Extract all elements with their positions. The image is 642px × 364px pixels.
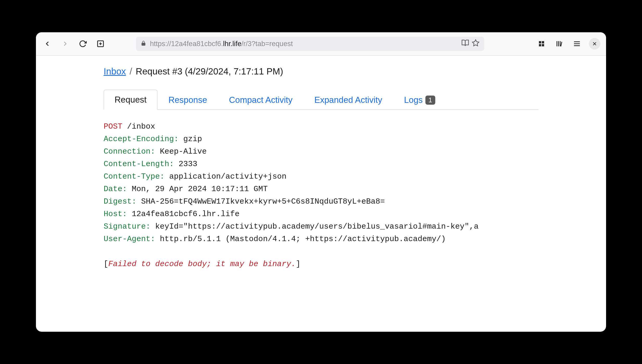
header-key: Content-Type [104,172,160,181]
header-value: keyId="https://activitypub.academy/users… [155,222,479,231]
header-key: Digest [104,197,132,206]
header-key: Connection [104,147,150,156]
header-key: Host [104,210,122,218]
header-value: gzip [183,135,202,143]
nav-controls [42,38,106,49]
tab-expanded-activity[interactable]: Expanded Activity [303,90,393,110]
http-method: POST [104,122,122,131]
close-button[interactable] [589,38,600,49]
url-text: https://12a4fea81cbcf6.lhr.life/r/3?tab=… [150,40,293,48]
breadcrumb-separator: / [130,66,132,77]
svg-rect-7 [542,44,544,46]
lock-icon [141,40,146,48]
bookmark-icon[interactable] [472,39,480,49]
breadcrumb-link-inbox[interactable]: Inbox [104,66,126,77]
breadcrumb: Inbox / Request #3 (4/29/2024, 7:17:11 P… [104,66,538,77]
header-key: Signature [104,222,146,231]
logs-badge: 1 [425,96,435,105]
browser-toolbar: https://12a4fea81cbcf6.lhr.life/r/3?tab=… [36,32,606,56]
forward-button[interactable] [59,38,71,49]
header-value: 12a4fea81cbcf6.lhr.life [132,210,240,218]
tab-compact-activity[interactable]: Compact Activity [218,90,304,110]
header-value: http.rb/5.1.1 (Mastodon/4.1.4; +https://… [160,235,446,243]
svg-rect-5 [542,41,544,43]
header-value: Mon, 29 Apr 2024 10:17:11 GMT [132,185,268,193]
svg-rect-6 [539,44,541,46]
page-content: Inbox / Request #3 (4/29/2024, 7:17:11 P… [36,56,606,270]
tab-logs[interactable]: Logs1 [393,90,446,110]
breadcrumb-current: Request #3 (4/29/2024, 7:17:11 PM) [136,66,283,77]
body-error-message: Failed to decode body; it may be binary. [108,260,296,268]
request-code: POST /inbox Accept-Encoding: gzip Connec… [104,120,538,270]
header-key: Content-Length [104,160,169,168]
reader-mode-icon[interactable] [461,39,469,49]
header-value: Keep-Alive [160,147,207,156]
svg-line-11 [561,42,562,47]
header-value: 2333 [179,160,197,168]
new-tab-button[interactable] [95,38,106,49]
right-controls [536,38,600,49]
reload-button[interactable] [77,38,89,49]
tab-request[interactable]: Request [104,90,158,110]
header-key: Accept-Encoding [104,135,174,143]
library-icon[interactable] [553,38,565,49]
header-key: User-Agent [104,235,150,243]
header-key: Date [104,185,122,193]
url-bar[interactable]: https://12a4fea81cbcf6.lhr.life/r/3?tab=… [136,37,484,51]
header-value: application/activity+json [169,172,286,181]
back-button[interactable] [42,38,53,49]
header-value: SHA-256=tFQ4WwEW17Ikvekx+kyrw+5+C6s8INqd… [141,197,385,206]
url-actions [461,39,480,49]
svg-marker-3 [473,40,479,46]
tabs: Request Response Compact Activity Expand… [104,90,538,110]
tab-response[interactable]: Response [158,90,218,110]
http-path: /inbox [127,122,155,131]
apps-icon[interactable] [536,38,547,49]
browser-window: https://12a4fea81cbcf6.lhr.life/r/3?tab=… [36,32,606,332]
svg-rect-4 [539,41,541,43]
menu-icon[interactable] [571,38,583,49]
